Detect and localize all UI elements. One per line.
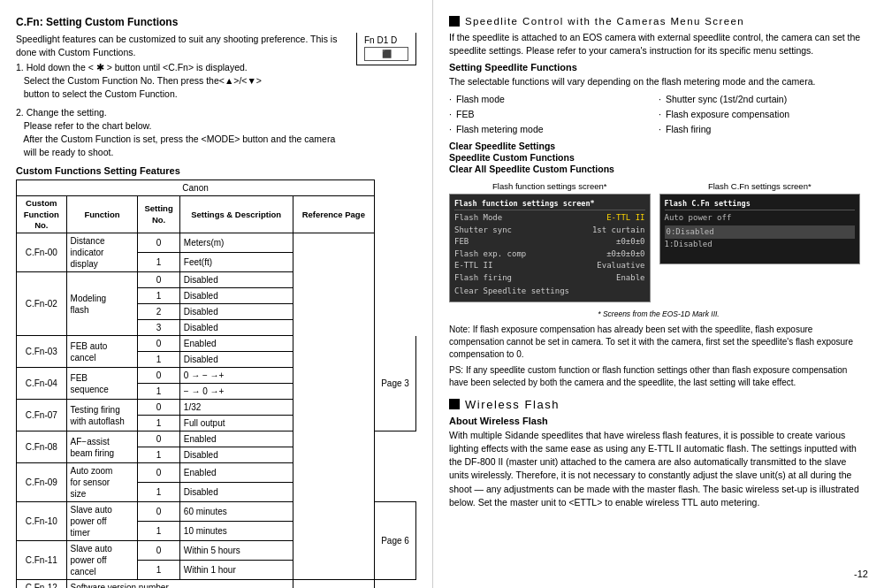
header-cfn: CustomFunctionNo.	[17, 196, 67, 233]
right-panel: Speedlite Control with the Cameras Menu …	[433, 0, 884, 588]
bullet-flash-mode: · Flash mode	[449, 92, 659, 107]
cfn-11: C.Fn-11	[17, 541, 67, 580]
ref-page3: Page 3	[375, 336, 416, 431]
cfn-03: C.Fn-03	[17, 336, 67, 368]
wireless-black-square-icon	[449, 399, 460, 409]
bullet-feb: · FEB	[449, 107, 659, 122]
left-step2: 2. Change the setting. Please refer to t…	[16, 106, 416, 158]
cfn-02: C.Fn-02	[17, 272, 67, 336]
note2: PS: If any speedlite custom function or …	[449, 364, 868, 389]
cfn-00: C.Fn-00	[17, 233, 67, 272]
clear-settings-link: Clear Speedlite Settings	[449, 141, 868, 151]
canon-header: Canon	[17, 180, 375, 196]
cfn-10: C.Fn-10	[17, 502, 67, 541]
header-function: Function	[66, 196, 138, 233]
left-step1: 1. Hold down the < ✱ > button until <C.F…	[16, 61, 416, 100]
wireless-body: With multiple Sidande speedlites that ha…	[449, 429, 868, 509]
screen-section: Flash function settings screen* Flash fu…	[449, 181, 868, 302]
bullet-flash-firing: · Flash firing	[659, 122, 868, 137]
header-settings-desc: Settings & Description	[179, 196, 293, 233]
fn-feb-seq: FEBsequence	[66, 368, 138, 400]
fn-af-assist: AF−assistbeam firing	[66, 431, 138, 463]
page: C.Fn: Setting Custom Functions Fn D1 D ⬛…	[0, 0, 884, 588]
header-ref: Reference Page	[293, 196, 375, 233]
fn-box: Fn D1 D ⬛	[356, 33, 416, 65]
table-row: C.Fn-12 Software version number	[17, 580, 416, 588]
fn-autozoom: Auto zoomfor sensorsize	[66, 463, 138, 502]
screen1-label: Flash function settings screen*	[449, 181, 651, 191]
ref-page6: Page 6	[375, 502, 416, 580]
screen-box-right: Flash C.Fn settings screen* Flash C.Fn s…	[659, 181, 861, 302]
bullet-col-right: · Shutter sync (1st/2nd curtain) · Flash…	[659, 92, 868, 136]
bullet-lists: · Flash mode · FEB · Flash metering mode	[449, 92, 868, 136]
bullet-flash-exp: · Flash exposure compensation	[659, 107, 868, 122]
fn-slave-cancel: Slave autopower offcancel	[66, 541, 138, 580]
wireless-header-row: Wireless Flash	[449, 398, 868, 411]
screen-caption: * Screens from the EOS-1D Mark III.	[449, 309, 868, 318]
wireless-title: Wireless Flash	[465, 398, 560, 411]
fn-distance: Distanceindicatordisplay	[66, 233, 138, 272]
fn-modeling: Modelingflash	[66, 272, 138, 336]
custom-functions-table: Canon CustomFunctionNo. Function Setting…	[16, 179, 416, 588]
speedlite-intro: If the speedlite is attached to an EOS c…	[449, 31, 868, 57]
cfn-12: C.Fn-12	[17, 580, 67, 588]
bullet-col-left: · Flash mode · FEB · Flash metering mode	[449, 92, 659, 136]
cfn-07: C.Fn-07	[17, 400, 67, 431]
setting-functions-intro: The selectable functions will vary depen…	[449, 75, 868, 88]
speedlite-header-title: Speedlite Control with the Cameras Menu …	[465, 16, 744, 27]
clear-all-link: Clear All Speedlite Custom Functions	[449, 164, 868, 174]
left-panel: C.Fn: Setting Custom Functions Fn D1 D ⬛…	[0, 0, 433, 588]
cfn-04: C.Fn-04	[17, 368, 67, 400]
screen1-image: Flash function settings screen* Flash Mo…	[449, 194, 651, 302]
cfn-08: C.Fn-08	[17, 431, 67, 463]
note1: Note: If flash exposure compensation has…	[449, 324, 868, 361]
custom-functions-link: Speedlite Custom Functions	[449, 152, 868, 163]
header-setting-no: SettingNo.	[138, 196, 179, 233]
fn-testing: Testing firingwith autoflash	[66, 400, 138, 431]
left-section-title: C.Fn: Setting Custom Functions	[16, 16, 416, 28]
fn-software: Software version number	[66, 580, 293, 588]
bullet-flash-metering: · Flash metering mode	[449, 122, 659, 137]
screen-box-left: Flash function settings screen* Flash fu…	[449, 181, 651, 302]
cfn-09: C.Fn-09	[17, 463, 67, 502]
fn-slave-auto: Slave autopower offtimer	[66, 502, 138, 541]
screen2-label: Flash C.Fn settings screen*	[659, 181, 861, 191]
table-title: Custom Functions Setting Features	[16, 165, 416, 176]
table-row: C.Fn-00 Distanceindicatordisplay 0 Meter…	[17, 233, 416, 253]
wireless-subtitle: About Wireless Flash	[449, 416, 868, 426]
black-square-icon	[449, 16, 460, 27]
setting-functions-title: Setting Speedlite Functions	[449, 62, 868, 73]
bullet-shutter-sync: · Shutter sync (1st/2nd curtain)	[659, 92, 868, 107]
fn-feb-auto: FEB autocancel	[66, 336, 138, 368]
screen2-image: Flash C.Fn settings Auto power off 0:Dis…	[659, 194, 861, 264]
speedlite-header-row: Speedlite Control with the Cameras Menu …	[449, 16, 868, 27]
right-page-num: -12	[854, 569, 868, 579]
